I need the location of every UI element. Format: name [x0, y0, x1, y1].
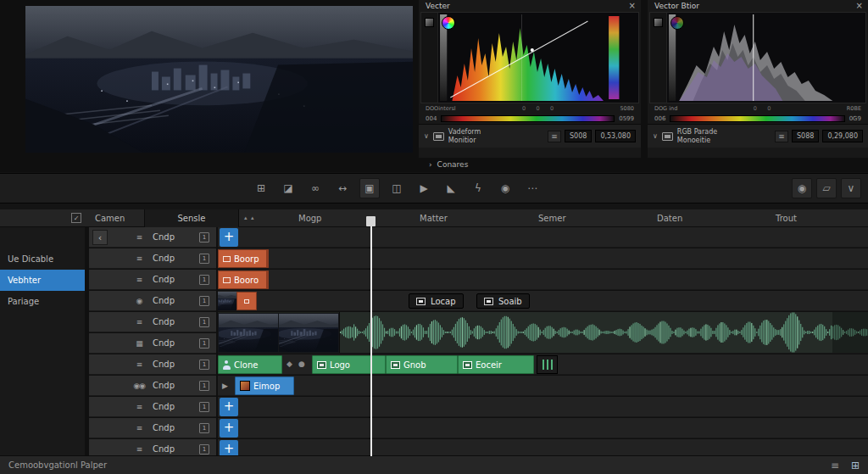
- track-row[interactable]: +: [218, 397, 868, 417]
- chip-locap[interactable]: Locap: [409, 293, 464, 309]
- collapse-tracks-button[interactable]: ‹: [92, 230, 108, 245]
- track-count-badge[interactable]: 1: [199, 275, 209, 285]
- track-row[interactable]: +: [218, 418, 868, 438]
- play-icon[interactable]: ▶: [414, 178, 434, 198]
- chevron-down-icon[interactable]: ∨: [424, 132, 429, 140]
- clip-gnob[interactable]: Gnob: [386, 355, 458, 374]
- menu-icon[interactable]: ≡: [831, 460, 839, 471]
- close-icon[interactable]: ×: [629, 1, 636, 10]
- grid-view-icon[interactable]: ⊞: [851, 460, 860, 471]
- video-clip[interactable]: [218, 313, 339, 353]
- track-header-row[interactable]: ▦Cndp1: [89, 333, 216, 354]
- scope-mode-label[interactable]: Vadeform Monitior: [448, 128, 481, 143]
- clip-eimop[interactable]: Eimop: [235, 376, 294, 395]
- track-count-badge[interactable]: 1: [199, 402, 209, 412]
- chip-soaib[interactable]: Soaib: [476, 293, 530, 309]
- power-icon[interactable]: ◉: [792, 178, 812, 198]
- waveform-plot-area: [438, 13, 638, 103]
- sidebar-item-ue-dicable[interactable]: Ue Dicable: [0, 248, 85, 270]
- clip-markers[interactable]: ◆ ●: [287, 360, 305, 368]
- picture-icon[interactable]: ◫: [387, 178, 407, 198]
- sidebar-item-vebhter[interactable]: Vebhter: [0, 270, 85, 291]
- track-header-row[interactable]: ≡Cndp1: [89, 312, 216, 332]
- image-icon[interactable]: ▣: [359, 178, 380, 198]
- gradient-swatch-icon[interactable]: [425, 18, 434, 27]
- track-header-row[interactable]: ≡Cndp1: [89, 397, 216, 417]
- chevron-down-icon[interactable]: ∨: [653, 132, 658, 140]
- export-grid-icon[interactable]: ⊞: [251, 178, 271, 198]
- track-count-badge[interactable]: 1: [199, 317, 209, 327]
- checkbox-icon[interactable]: ✓: [71, 213, 81, 223]
- crop-icon[interactable]: ◪: [278, 178, 298, 198]
- sidebar-item-pariage[interactable]: Pariage: [0, 291, 85, 312]
- clip-eoceir[interactable]: Eoceir: [458, 355, 534, 374]
- clip-booro[interactable]: Booro: [218, 270, 269, 289]
- track-count-badge[interactable]: 1: [199, 444, 209, 454]
- panel-titlebar[interactable]: Vecter ×: [419, 0, 641, 11]
- scope-mode-label[interactable]: RGB Parade Monoeitie: [677, 128, 717, 143]
- track-header-row[interactable]: ≡Cndp1: [89, 354, 216, 375]
- link-icon[interactable]: ∞: [305, 178, 326, 198]
- scope-value-a[interactable]: S008: [565, 130, 592, 142]
- track-header-row[interactable]: ◉Cndp1: [89, 291, 216, 311]
- resize-horizontal-icon[interactable]: ↔: [332, 178, 353, 198]
- track-count-badge[interactable]: 1: [199, 360, 209, 370]
- add-clip-button[interactable]: +: [220, 419, 238, 438]
- track-count-badge[interactable]: 1: [199, 254, 209, 264]
- scope-value-b[interactable]: 0,53,080: [595, 130, 636, 142]
- track-count-badge[interactable]: 1: [199, 232, 209, 243]
- clip-clone[interactable]: Clone: [218, 355, 282, 374]
- clip-boorp[interactable]: Boorp: [218, 249, 269, 268]
- track-row[interactable]: Locap Soaib: [218, 291, 868, 311]
- track-count-badge[interactable]: 1: [199, 296, 209, 306]
- audio-clip[interactable]: [339, 312, 868, 353]
- track-row[interactable]: ▶ Eimop: [218, 376, 868, 396]
- settings-sliders-icon[interactable]: ≡: [548, 131, 561, 142]
- track-header-row[interactable]: ≡Cndp1: [89, 270, 216, 290]
- collapse-icon[interactable]: ∨: [841, 178, 861, 198]
- track-header-row[interactable]: ≡Cndp1: [89, 418, 216, 438]
- sort-carets-icon[interactable]: ▴ ▴: [244, 209, 253, 227]
- track-row[interactable]: +: [218, 439, 868, 455]
- track-row[interactable]: +: [218, 227, 868, 248]
- close-icon[interactable]: ×: [856, 1, 863, 10]
- flash-icon[interactable]: ϟ: [468, 178, 488, 198]
- track-header-row[interactable]: ≡Cndp1: [89, 439, 216, 455]
- add-clip-button[interactable]: +: [220, 228, 238, 247]
- timeline-label[interactable]: Camen: [95, 209, 125, 227]
- track-header-row[interactable]: ◉◉Cndp1: [89, 376, 216, 396]
- clip-logo[interactable]: Logo: [312, 355, 386, 374]
- track-row[interactable]: Booro: [218, 270, 868, 290]
- expand-arrow-icon[interactable]: ▶: [222, 382, 228, 390]
- ruler-label-semer: Semer: [538, 209, 566, 227]
- conares-section[interactable]: › Conares: [429, 160, 468, 169]
- scope-value-a[interactable]: S088: [792, 130, 819, 142]
- timeline-tracks[interactable]: + Boorp Booro: [218, 227, 868, 455]
- gradient-swatch-icon[interactable]: [654, 18, 663, 27]
- folder-icon[interactable]: ▱: [816, 178, 837, 198]
- more-icon[interactable]: ⋯: [522, 178, 542, 198]
- color-wheel-icon[interactable]: [670, 16, 684, 30]
- track-count-badge[interactable]: 1: [199, 381, 209, 391]
- tab-sensle[interactable]: Sensle: [144, 209, 239, 227]
- panel-titlebar[interactable]: Vector Btior ×: [648, 0, 868, 11]
- add-clip-button[interactable]: +: [220, 398, 238, 416]
- playhead-handle[interactable]: [366, 216, 376, 226]
- scope-value-b[interactable]: 0,29,080: [822, 130, 863, 142]
- track-count-badge[interactable]: 1: [199, 338, 209, 349]
- clip-thumbnail-small[interactable]: [218, 292, 257, 310]
- track-row[interactable]: Boorp: [218, 248, 868, 269]
- track-header-row[interactable]: ≡Cndp1: [89, 248, 216, 269]
- playhead[interactable]: [370, 216, 372, 456]
- video-audio-track-row[interactable]: [218, 312, 868, 354]
- color-wheel-icon[interactable]: [442, 16, 455, 30]
- track-header-row[interactable]: ‹≡Cndp1: [89, 227, 216, 248]
- settings-sliders-icon[interactable]: ≡: [775, 131, 788, 142]
- waveform-tail: [832, 312, 868, 353]
- clip-trim-handle[interactable]: [537, 355, 558, 374]
- track-row[interactable]: Clone ◆ ● Logo Gnob Eoceir: [218, 354, 868, 375]
- power-icon[interactable]: ◉: [495, 178, 515, 198]
- add-clip-button[interactable]: +: [220, 440, 238, 455]
- ramp-icon[interactable]: ◣: [441, 178, 461, 198]
- track-count-badge[interactable]: 1: [199, 423, 209, 433]
